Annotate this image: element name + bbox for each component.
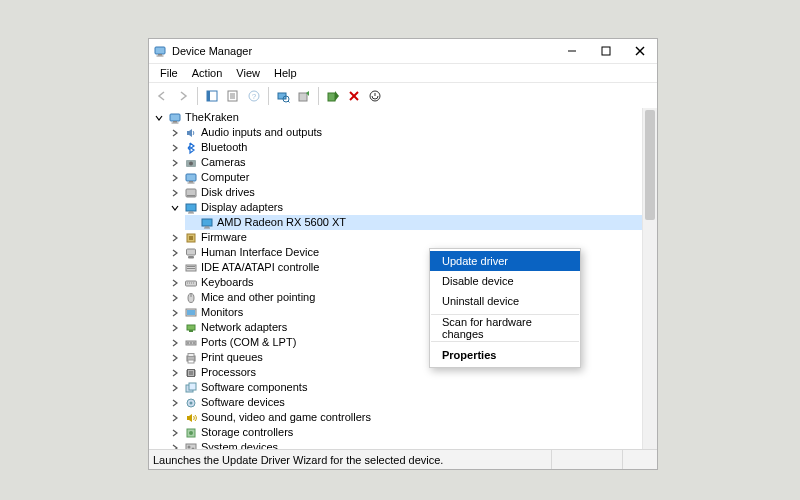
tree-twisty[interactable] — [169, 412, 181, 424]
menubar: File Action View Help — [149, 64, 657, 83]
computer-icon — [167, 110, 182, 125]
close-button[interactable] — [623, 39, 657, 63]
window-title: Device Manager — [172, 45, 252, 57]
tree-twisty[interactable] — [169, 367, 181, 379]
tree-twisty[interactable] — [169, 277, 181, 289]
tree-twisty[interactable] — [169, 202, 181, 214]
svg-rect-58 — [602, 47, 610, 55]
context-menu-item[interactable]: Scan for hardware changes — [430, 318, 580, 338]
scan-hardware-button[interactable] — [273, 86, 293, 106]
firmware-icon — [183, 230, 198, 245]
tree-twisty[interactable] — [169, 157, 181, 169]
tree-category[interactable]: Bluetooth — [169, 140, 643, 155]
help-button[interactable]: ? — [244, 86, 264, 106]
forward-button[interactable] — [173, 86, 193, 106]
cpu-icon — [183, 365, 198, 380]
menu-help[interactable]: Help — [267, 66, 304, 80]
network-icon — [183, 320, 198, 335]
menu-view[interactable]: View — [229, 66, 267, 80]
tree-category[interactable]: System devices — [169, 440, 643, 449]
tree-twisty[interactable] — [169, 127, 181, 139]
statusbar-cell-2 — [551, 450, 622, 469]
maximize-button[interactable] — [589, 39, 623, 63]
toolbar: ? — [149, 83, 657, 110]
statusbar-text: Launches the Update Driver Wizard for th… — [153, 454, 443, 466]
tree-category-label: Print queues — [201, 350, 263, 365]
tree-twisty[interactable] — [169, 352, 181, 364]
tree-category-label: Software components — [201, 380, 307, 395]
menu-file[interactable]: File — [153, 66, 185, 80]
tree-twisty[interactable] — [169, 172, 181, 184]
context-menu-item[interactable]: Update driver — [430, 251, 580, 271]
svg-line-71 — [288, 101, 290, 103]
tree-category[interactable]: Software devices — [169, 395, 643, 410]
tree-category-label: System devices — [201, 440, 278, 449]
tree-twisty[interactable] — [169, 307, 181, 319]
tree-twisty[interactable] — [153, 112, 165, 124]
tree-category[interactable]: Display adapters — [169, 200, 643, 215]
app-icon — [153, 44, 167, 58]
tree-category-label: Bluetooth — [201, 140, 247, 155]
tree-twisty[interactable] — [169, 292, 181, 304]
tree-category[interactable]: Cameras — [169, 155, 643, 170]
tree-category-label: Processors — [201, 365, 256, 380]
svg-text:?: ? — [252, 92, 257, 101]
enable-device-button[interactable] — [323, 86, 343, 106]
back-button[interactable] — [152, 86, 172, 106]
tree-twisty[interactable] — [169, 262, 181, 274]
disable-device-button[interactable] — [344, 86, 364, 106]
tree-twisty[interactable] — [169, 337, 181, 349]
tree-twisty[interactable] — [169, 247, 181, 259]
scrollbar-thumb[interactable] — [645, 110, 655, 220]
keyboard-icon — [183, 275, 198, 290]
tree-device[interactable]: AMD Radeon RX 5600 XT — [185, 215, 643, 230]
show-hide-console-tree-button[interactable] — [202, 86, 222, 106]
tree-twisty[interactable] — [169, 187, 181, 199]
tree-category-label: Ports (COM & LPT) — [201, 335, 296, 350]
tree-category-label: Monitors — [201, 305, 243, 320]
tree-device-label: AMD Radeon RX 5600 XT — [217, 215, 346, 230]
tree-twisty[interactable] — [169, 232, 181, 244]
tree-twisty[interactable] — [169, 442, 181, 450]
menu-action[interactable]: Action — [185, 66, 230, 80]
svg-rect-72 — [299, 93, 307, 101]
display-icon — [199, 215, 214, 230]
bluetooth-icon — [183, 140, 198, 155]
tree-twisty-none — [185, 217, 197, 229]
tree-category[interactable]: Disk drives — [169, 185, 643, 200]
context-menu-item[interactable]: Uninstall device — [430, 291, 580, 311]
tree-twisty[interactable] — [169, 322, 181, 334]
tree-category-label: Display adapters — [201, 200, 283, 215]
port-icon — [183, 335, 198, 350]
tree-category[interactable]: Software components — [169, 380, 643, 395]
tree-category[interactable]: Sound, video and game controllers — [169, 410, 643, 425]
tree-twisty[interactable] — [169, 397, 181, 409]
properties-button[interactable] — [223, 86, 243, 106]
statusbar-cell-3 — [622, 450, 653, 469]
tree-category-label: Keyboards — [201, 275, 254, 290]
tree-twisty[interactable] — [169, 142, 181, 154]
uninstall-device-button[interactable] — [365, 86, 385, 106]
context-menu: Update driverDisable deviceUninstall dev… — [429, 248, 581, 368]
camera-icon — [183, 155, 198, 170]
tree-category-label: Sound, video and game controllers — [201, 410, 371, 425]
vertical-scrollbar[interactable] — [642, 108, 657, 449]
tree-category[interactable]: Storage controllers — [169, 425, 643, 440]
tree-category[interactable]: Audio inputs and outputs — [169, 125, 643, 140]
tree-root[interactable]: TheKraken — [153, 110, 643, 125]
ide-icon — [183, 260, 198, 275]
tree-category[interactable]: Computer — [169, 170, 643, 185]
svg-rect-62 — [207, 91, 210, 101]
update-driver-button[interactable] — [294, 86, 314, 106]
softcomp-icon — [183, 380, 198, 395]
computer-icon — [183, 170, 198, 185]
tree-twisty[interactable] — [169, 382, 181, 394]
context-menu-item[interactable]: Disable device — [430, 271, 580, 291]
minimize-button[interactable] — [555, 39, 589, 63]
system-icon — [183, 440, 198, 449]
tree-category[interactable]: Firmware — [169, 230, 643, 245]
softdev-icon — [183, 395, 198, 410]
storage-icon — [183, 425, 198, 440]
context-menu-item[interactable]: Properties — [430, 345, 580, 365]
tree-twisty[interactable] — [169, 427, 181, 439]
